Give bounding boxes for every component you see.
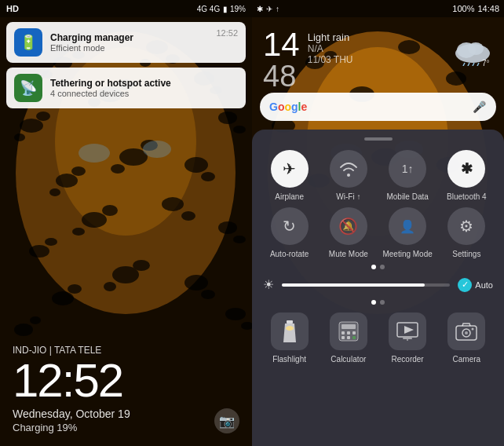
svg-text:7°: 7°: [482, 59, 490, 66]
calculator-icon-box[interactable]: [330, 313, 367, 350]
charging-status: Charging 19%: [13, 422, 239, 433]
notifications: 🔋 Charging manager Efficient mode 12:52 …: [6, 22, 246, 113]
camera-label: Camera: [453, 355, 481, 364]
toggle-row-2: ↻ Auto-rotate 🔕 Mute Mode 👤 Meeting Mode…: [252, 207, 504, 258]
weather-info: Light rain N/A 11/03 THU: [308, 28, 444, 65]
hd-badge: HD: [6, 4, 19, 13]
right-time: 14:48: [477, 4, 499, 13]
svg-line-66: [463, 63, 465, 66]
dot2-2: [380, 300, 385, 305]
dot-1: [371, 265, 376, 269]
quick-settings-panel: ✈ Airplane Wi-Fi ↑ 1↑ Mobile Data ✱: [252, 130, 504, 446]
mute-label: Mute Mode: [329, 250, 368, 258]
weather-date: 11/03 THU: [308, 54, 444, 65]
mute-circle[interactable]: 🔕: [330, 207, 367, 245]
date-display: Wednesday, October 19: [13, 408, 239, 420]
weather-extra: N/A: [308, 43, 444, 54]
auto-rotate-circle[interactable]: ↻: [271, 207, 309, 245]
toggle-airplane[interactable]: ✈ Airplane: [263, 150, 316, 201]
toggle-settings[interactable]: ⚙ Settings: [440, 207, 493, 258]
toggle-auto-rotate[interactable]: ↻ Auto-rotate: [263, 207, 316, 258]
svg-line-67: [468, 63, 469, 66]
page-dots-2: [252, 300, 504, 305]
app-calculator[interactable]: Calculator: [322, 313, 375, 364]
svg-point-65: [468, 42, 484, 55]
flashlight-icon-box[interactable]: [271, 313, 309, 350]
mic-icon[interactable]: 🎤: [471, 99, 487, 115]
airplane-toggle-circle[interactable]: ✈: [271, 150, 309, 188]
toggle-bluetooth[interactable]: ✱ Bluetooth 4: [440, 150, 493, 201]
brightness-auto[interactable]: ✓ Auto: [458, 278, 493, 292]
app-recorder[interactable]: Recorder: [381, 313, 434, 364]
app-camera[interactable]: Camera: [440, 313, 493, 364]
toggle-row-1: ✈ Airplane Wi-Fi ↑ 1↑ Mobile Data ✱: [252, 150, 504, 201]
svg-rect-84: [403, 338, 412, 339]
left-panel: HD 4G 4G ▮ 19% 🔋 Charging manager Effici…: [0, 0, 252, 446]
svg-rect-81: [352, 336, 356, 339]
wifi-toggle-circle[interactable]: [330, 150, 367, 188]
recorder-icon-box[interactable]: [389, 313, 426, 350]
notif-hotspot-sub: 4 connected devices: [50, 89, 238, 98]
svg-rect-71: [287, 320, 293, 324]
svg-point-88: [465, 331, 468, 334]
temp-secondary: 48: [263, 61, 300, 91]
right-panel: ✱ ✈ ↑ 100% 14:48 14 48 Light rain N/A 11…: [252, 0, 504, 446]
notif-charging[interactable]: 🔋 Charging manager Efficient mode 12:52: [6, 22, 246, 63]
left-statusbar: HD 4G 4G ▮ 19%: [0, 0, 252, 17]
google-logo: Google: [269, 101, 307, 113]
meeting-label: Meeting Mode: [382, 250, 432, 258]
dot2-1: [371, 300, 376, 305]
mobile-data-toggle-circle[interactable]: 1↑: [389, 150, 426, 188]
svg-line-68: [473, 63, 474, 66]
right-statusbar-right: 100% 14:48: [452, 4, 499, 13]
brightness-icon: ☀: [263, 277, 274, 292]
svg-line-69: [477, 63, 479, 66]
airplane-status-icon: ✈: [266, 5, 272, 13]
hotspot-icon: 📡: [14, 74, 42, 102]
app-shortcuts-row: Flashlight Calculator: [252, 313, 504, 364]
right-status-icons: ✱ ✈ ↑: [257, 5, 279, 13]
mobile-data-toggle-label: Mobile Data: [386, 192, 428, 201]
svg-rect-79: [341, 336, 345, 339]
toggle-mute[interactable]: 🔕 Mute Mode: [322, 207, 375, 258]
toggle-mobile-data[interactable]: 1↑ Mobile Data: [381, 150, 434, 201]
notif-hotspot[interactable]: 📡 Tethering or hotspot active 4 connecte…: [6, 68, 246, 108]
notif-charging-time: 12:52: [216, 28, 238, 38]
battery-icon: ▮ 19%: [223, 5, 246, 13]
wifi-toggle-label: Wi-Fi ↑: [336, 192, 360, 201]
weather-widget: 14 48 Light rain N/A 11/03 THU 7°: [252, 20, 504, 99]
brightness-row: ☀ ✓ Auto: [252, 277, 504, 292]
toggle-meeting[interactable]: 👤 Meeting Mode: [381, 207, 434, 258]
svg-rect-75: [341, 324, 356, 329]
notif-hotspot-title: Tethering or hotspot active: [50, 78, 238, 89]
page-dots: [252, 265, 504, 269]
airplane-toggle-label: Airplane: [275, 192, 304, 201]
recorder-label: Recorder: [392, 355, 424, 364]
svg-point-89: [472, 328, 474, 331]
svg-rect-80: [347, 336, 350, 339]
bluetooth-status-icon: ✱: [257, 5, 263, 13]
brightness-slider[interactable]: [282, 283, 450, 287]
left-bottom: IND-JIO | TATA TELE 12:52 Wednesday, Oct…: [0, 335, 252, 446]
settings-circle[interactable]: ⚙: [447, 207, 485, 245]
weather-cloud-icon: 7°: [452, 28, 493, 69]
svg-rect-85: [407, 339, 408, 341]
brightness-fill: [282, 283, 425, 287]
bluetooth-toggle-label: Bluetooth 4: [447, 192, 487, 201]
camera-shortcut[interactable]: 📷: [214, 408, 239, 433]
google-search-bar[interactable]: Google 🎤: [260, 93, 496, 121]
panel-handle: [364, 137, 393, 141]
clock-display: 12:52: [13, 357, 239, 404]
toggle-wifi[interactable]: Wi-Fi ↑: [322, 150, 375, 201]
bluetooth-toggle-circle[interactable]: ✱: [447, 150, 485, 188]
svg-marker-83: [404, 326, 414, 334]
auto-check-icon: ✓: [458, 278, 472, 292]
auto-label: Auto: [475, 280, 493, 290]
weather-condition: Light rain: [308, 31, 444, 43]
upload-status-icon: ↑: [276, 5, 279, 13]
app-flashlight[interactable]: Flashlight: [263, 313, 316, 364]
camera-icon-box[interactable]: [447, 313, 485, 350]
meeting-circle[interactable]: 👤: [389, 207, 426, 245]
weather-temp-block: 14 48: [263, 28, 300, 91]
dot-2: [380, 265, 385, 269]
